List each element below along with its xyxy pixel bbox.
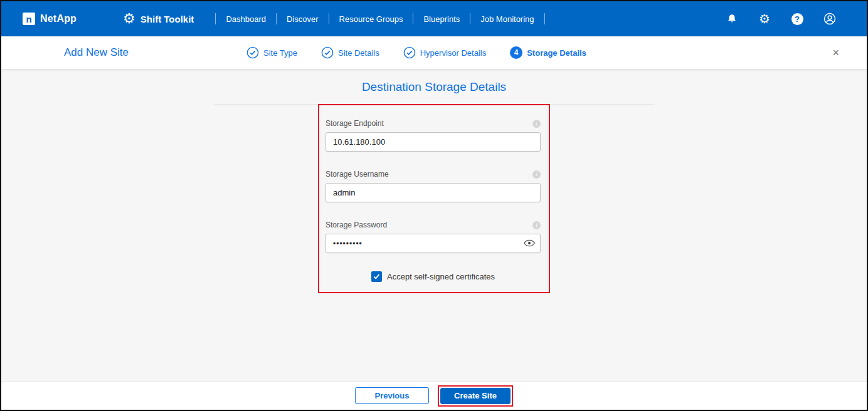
- previous-button[interactable]: Previous: [355, 387, 429, 404]
- storage-password-label: Storage Password: [326, 221, 387, 229]
- accept-certificates-row: Accept self-signed certificates: [326, 271, 541, 282]
- nav-item-dashboard[interactable]: Dashboard: [226, 14, 266, 24]
- step-label: Site Details: [338, 48, 379, 58]
- show-password-eye-icon[interactable]: [524, 239, 535, 250]
- form-title: Destination Storage Details: [362, 80, 506, 94]
- nav-separator: [329, 13, 329, 24]
- step-label: Hypervisor Details: [420, 48, 486, 58]
- app-title: Shift Toolkit: [140, 14, 194, 24]
- step-label: Site Type: [263, 48, 297, 58]
- info-icon[interactable]: i: [532, 120, 541, 128]
- nav-separator: [215, 13, 216, 24]
- top-navigation-bar: n NetApp ⚙ Shift Toolkit Dashboard Disco…: [1, 1, 867, 36]
- step-label: Storage Details: [527, 48, 586, 58]
- nav-item-blueprints[interactable]: Blueprints: [423, 14, 460, 24]
- main-content: Destination Storage Details Storage Endp…: [1, 69, 867, 381]
- check-circle-icon: [321, 46, 334, 59]
- nav-item-job-monitoring[interactable]: Job Monitoring: [480, 14, 534, 24]
- wizard-header: Add New Site Site Type Site Details Hype…: [1, 36, 867, 69]
- nav-item-resource-groups[interactable]: Resource Groups: [339, 14, 403, 24]
- storage-username-input[interactable]: [326, 183, 541, 202]
- brand-name: NetApp: [40, 13, 77, 24]
- shift-toolkit-icon: ⚙: [123, 12, 135, 26]
- storage-endpoint-input[interactable]: [326, 132, 541, 152]
- help-icon[interactable]: ?: [790, 12, 804, 26]
- nav-separator: [276, 13, 277, 24]
- create-site-button[interactable]: Create Site: [440, 388, 511, 404]
- page-title: Add New Site: [64, 46, 129, 59]
- storage-password-input[interactable]: [326, 234, 541, 253]
- step-site-details[interactable]: Site Details: [321, 46, 379, 59]
- application-window: n NetApp ⚙ Shift Toolkit Dashboard Disco…: [0, 0, 868, 411]
- close-icon[interactable]: ×: [830, 44, 842, 61]
- storage-form-annotation-box: Storage Endpoint i Storage Username i: [318, 104, 550, 293]
- shift-toolkit-title: ⚙ Shift Toolkit: [123, 12, 194, 26]
- storage-username-label: Storage Username: [326, 170, 389, 179]
- gear-icon[interactable]: ⚙: [758, 12, 771, 26]
- storage-password-group: Storage Password i: [326, 221, 541, 253]
- netapp-logo[interactable]: n NetApp: [23, 13, 77, 25]
- info-icon[interactable]: i: [532, 221, 541, 229]
- main-navigation: Dashboard Discover Resource Groups Bluep…: [205, 13, 554, 24]
- storage-endpoint-group: Storage Endpoint i: [326, 119, 541, 152]
- step-number-badge: 4: [510, 46, 522, 59]
- nav-separator: [413, 13, 413, 24]
- step-storage-details[interactable]: 4 Storage Details: [510, 46, 586, 59]
- top-action-icons: ⚙ ?: [725, 12, 850, 26]
- storage-username-group: Storage Username i: [326, 170, 541, 202]
- accept-certificates-label: Accept self-signed certificates: [387, 272, 495, 281]
- wizard-steps: Site Type Site Details Hypervisor Detail…: [246, 46, 586, 59]
- nav-separator: [544, 13, 545, 24]
- step-site-type[interactable]: Site Type: [246, 46, 297, 59]
- nav-separator: [470, 13, 470, 24]
- create-site-annotation-box: Create Site: [438, 385, 513, 407]
- accept-certificates-checkbox[interactable]: [371, 271, 382, 282]
- step-hypervisor-details[interactable]: Hypervisor Details: [403, 46, 486, 59]
- wizard-footer: Previous Create Site: [1, 381, 867, 410]
- storage-endpoint-label: Storage Endpoint: [326, 119, 384, 128]
- bell-icon[interactable]: [725, 12, 739, 26]
- account-icon[interactable]: [823, 12, 837, 26]
- nav-item-discover[interactable]: Discover: [287, 14, 319, 24]
- info-icon[interactable]: i: [532, 170, 541, 179]
- netapp-logo-icon: n: [23, 13, 35, 25]
- check-circle-icon: [246, 46, 259, 59]
- check-circle-icon: [403, 46, 416, 59]
